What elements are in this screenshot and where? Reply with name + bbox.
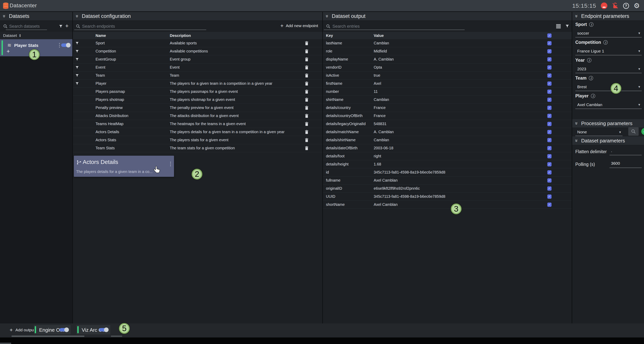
output-panel-header[interactable]: » Dataset output bbox=[323, 12, 572, 21]
filter-icon[interactable] bbox=[73, 66, 96, 69]
delete-endpoint-button[interactable] bbox=[301, 106, 312, 110]
sort-icon[interactable]: ▲▼ bbox=[19, 34, 21, 37]
output-row[interactable]: roleMidfield✓ bbox=[323, 47, 572, 55]
entries-search-input[interactable]: Search entries bbox=[332, 24, 360, 29]
output-row[interactable]: UUID345c7113-fa81-4598-8a19-b6ec6e7859d8… bbox=[323, 193, 572, 201]
output-row[interactable]: details/matchNameA. Camblan✓ bbox=[323, 128, 572, 136]
output-row[interactable]: originalIDe6se9kft2lf9hs92rof2pnn6c✓ bbox=[323, 185, 572, 193]
collapse-chevron-icon[interactable]: » bbox=[2, 15, 7, 18]
dataset-params-header[interactable]: » Dataset parameters bbox=[572, 136, 644, 145]
collapse-chevron-icon[interactable]: » bbox=[574, 122, 579, 125]
polling-input[interactable]: 3600 bbox=[610, 161, 642, 168]
horizontal-scrollbar-thumb[interactable] bbox=[111, 335, 122, 337]
add-output-button[interactable]: + Add output bbox=[10, 327, 35, 333]
param-select[interactable]: Brest▾ bbox=[575, 84, 642, 91]
output-card-engine-out[interactable]: Engine Out bbox=[34, 325, 70, 334]
horizontal-scrollbar-thumb[interactable] bbox=[12, 335, 84, 337]
collapse-chevron-icon[interactable]: » bbox=[574, 15, 579, 18]
collapse-chevron-icon[interactable]: » bbox=[325, 15, 330, 18]
info-icon[interactable]: i bbox=[589, 76, 593, 80]
output-row-checkbox[interactable]: ✓ bbox=[547, 90, 552, 94]
output-row-checkbox[interactable]: ✓ bbox=[547, 57, 552, 62]
add-endpoint-to-dataset-button[interactable]: + bbox=[6, 48, 10, 54]
delete-endpoint-button[interactable] bbox=[301, 130, 312, 134]
dataset-toggle[interactable] bbox=[61, 43, 70, 47]
output-row-checkbox[interactable]: ✓ bbox=[547, 154, 552, 158]
output-row[interactable]: details/legacyOriginalId548831✓ bbox=[323, 120, 572, 128]
card-kebab-menu[interactable]: ⋮ bbox=[168, 161, 173, 167]
endpoint-row[interactable]: Players passmapThe players passmaps for … bbox=[73, 88, 322, 96]
datasets-panel-header[interactable]: » Datasets bbox=[0, 12, 72, 21]
output-row[interactable]: details/dateOfBirth2003-06-18✓ bbox=[323, 144, 572, 152]
delete-endpoint-button[interactable] bbox=[301, 146, 312, 150]
output-row[interactable]: details/shirtNameCamblan✓ bbox=[323, 136, 572, 144]
settings-gear-icon[interactable]: ⚙ bbox=[634, 2, 640, 9]
info-icon[interactable]: i bbox=[589, 22, 594, 27]
output-row-checkbox[interactable]: ✓ bbox=[547, 203, 552, 207]
delete-endpoint-button[interactable] bbox=[301, 122, 312, 126]
endpoints-search-input[interactable]: Search endpoints bbox=[82, 24, 115, 29]
delete-endpoint-button[interactable] bbox=[301, 138, 312, 142]
output-toggle[interactable] bbox=[60, 328, 68, 331]
output-row[interactable]: details/countryFrance✓ bbox=[323, 104, 572, 112]
output-row-checkbox[interactable]: ✓ bbox=[547, 81, 552, 86]
output-row[interactable]: vendorIDOpta✓ bbox=[323, 63, 572, 72]
delete-endpoint-button[interactable] bbox=[301, 41, 312, 45]
output-row[interactable]: shortNameAxel Camblan✓ bbox=[323, 201, 572, 209]
output-row-checkbox[interactable]: ✓ bbox=[547, 98, 552, 102]
output-row-checkbox[interactable]: ✓ bbox=[547, 49, 552, 53]
output-toggle[interactable] bbox=[99, 328, 108, 331]
delete-endpoint-button[interactable] bbox=[301, 49, 312, 53]
collapse-chevron-icon[interactable]: » bbox=[75, 15, 80, 18]
output-row-checkbox[interactable]: ✓ bbox=[547, 146, 552, 150]
endpoint-row[interactable]: Players shotmapThe players shotmap for a… bbox=[73, 96, 322, 104]
filter-icon[interactable] bbox=[73, 74, 96, 77]
output-row[interactable]: firstNameAxel✓ bbox=[323, 80, 572, 88]
endpoint-row[interactable]: Teams HeatMapThe heatmaps for the teams … bbox=[73, 120, 322, 128]
delete-endpoint-button[interactable] bbox=[301, 65, 312, 70]
endpoint-params-header[interactable]: » Endpoint parameters bbox=[572, 12, 644, 21]
endpoint-row[interactable]: EventEvent bbox=[73, 63, 322, 72]
endpoint-row[interactable]: Penalty previewThe penalty preview for a… bbox=[73, 104, 322, 112]
param-select[interactable]: 2023▾ bbox=[575, 66, 642, 73]
endpoint-row[interactable]: Actors DetailsThe players details for a … bbox=[73, 128, 322, 136]
output-row[interactable]: id345c7113-fa81-4598-8a19-b6ec6e7859d8✓ bbox=[323, 168, 572, 177]
processing-select[interactable]: None ▾ bbox=[575, 128, 622, 136]
output-row-checkbox[interactable]: ✓ bbox=[547, 65, 552, 70]
info-icon[interactable]: i bbox=[603, 40, 608, 45]
datasets-search-input[interactable]: Search datasets bbox=[9, 24, 40, 29]
processing-params-header[interactable]: » Processing parameters bbox=[572, 119, 644, 128]
delete-endpoint-button[interactable] bbox=[301, 73, 312, 78]
lock-open-icon[interactable] bbox=[612, 3, 618, 9]
dataset-sort-header[interactable]: Dataset ▲▼ bbox=[0, 32, 72, 39]
output-row-checkbox[interactable]: ✓ bbox=[547, 73, 552, 78]
delete-endpoint-button[interactable] bbox=[301, 90, 312, 94]
add-new-endpoint-button[interactable]: + Add new endpoint bbox=[280, 23, 318, 29]
collapse-chevron-icon[interactable]: » bbox=[574, 139, 579, 142]
filter-icon[interactable] bbox=[73, 82, 96, 86]
delete-endpoint-button[interactable] bbox=[301, 57, 312, 62]
output-row[interactable]: fullnameAxel Camblan✓ bbox=[323, 177, 572, 185]
output-row[interactable]: details/height1.68✓ bbox=[323, 160, 572, 168]
output-row[interactable]: number11✓ bbox=[323, 88, 572, 96]
delete-endpoint-button[interactable] bbox=[301, 81, 312, 86]
endpoint-row[interactable]: SportAvailable sports bbox=[73, 39, 322, 47]
output-row[interactable]: shirtNameCamblan✓ bbox=[323, 96, 572, 104]
output-row-checkbox[interactable]: ✓ bbox=[547, 41, 552, 45]
filter-icon[interactable] bbox=[73, 58, 96, 61]
endpoint-row[interactable]: Attacks DistributionThe attacks distribu… bbox=[73, 112, 322, 120]
filter-icon[interactable] bbox=[73, 49, 96, 53]
processing-search-button[interactable] bbox=[628, 127, 639, 136]
output-card-viz-arc-out[interactable]: Viz Arc Out bbox=[76, 325, 110, 334]
help-icon[interactable]: ? bbox=[623, 3, 629, 9]
info-icon[interactable]: i bbox=[587, 58, 592, 62]
output-row-checkbox[interactable]: ✓ bbox=[547, 178, 552, 183]
output-row-checkbox[interactable]: ✓ bbox=[547, 122, 552, 126]
param-select[interactable]: France Ligue 1▾ bbox=[575, 48, 642, 55]
filter-entries-icon[interactable] bbox=[565, 24, 570, 28]
param-select[interactable]: soccer▾ bbox=[575, 30, 642, 38]
output-row[interactable]: details/footright✓ bbox=[323, 152, 572, 160]
output-row-checkbox[interactable]: ✓ bbox=[547, 187, 552, 191]
output-row[interactable]: details/countryOfBirthFrance✓ bbox=[323, 112, 572, 120]
output-row-checkbox[interactable]: ✓ bbox=[547, 195, 552, 199]
